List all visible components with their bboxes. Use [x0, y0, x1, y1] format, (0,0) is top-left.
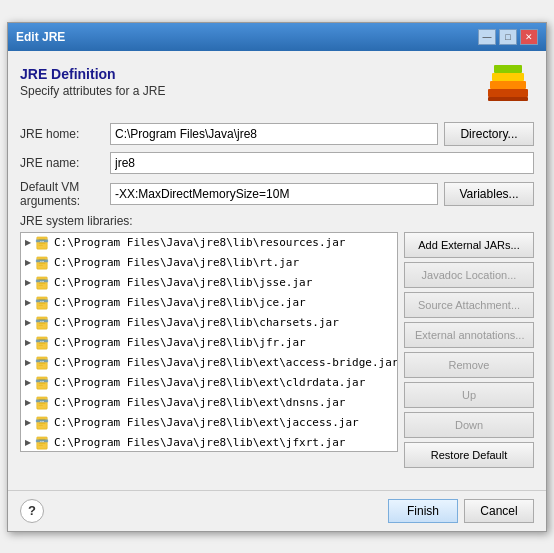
svg-text:JAR: JAR [40, 419, 45, 421]
expand-arrow: ▶ [25, 438, 31, 447]
svg-rect-72 [39, 424, 43, 425]
expand-arrow: ▶ [25, 338, 31, 347]
restore-default-button[interactable]: Restore Default [404, 442, 534, 468]
svg-text:JAR: JAR [40, 319, 45, 321]
vm-args-input[interactable] [110, 183, 438, 205]
svg-rect-22 [39, 283, 46, 284]
list-item[interactable]: ▶ JAR C:\Program Files\Java\jre8\lib\rt.… [21, 253, 397, 273]
minimize-button[interactable]: — [478, 29, 496, 45]
svg-rect-36 [39, 323, 46, 324]
lib-path: C:\Program Files\Java\jre8\lib\ext\cldrd… [54, 376, 365, 389]
libraries-list-container[interactable]: ▶ JAR C:\Program Files\Java\jre8\lib\res… [20, 232, 398, 452]
lib-path: C:\Program Files\Java\jre8\lib\jsse.jar [54, 276, 312, 289]
svg-rect-9 [39, 244, 43, 245]
jar-icon: JAR [34, 255, 50, 271]
svg-rect-71 [39, 423, 46, 424]
jre-name-row: JRE name: [20, 152, 534, 174]
svg-text:JAR: JAR [40, 259, 45, 261]
svg-rect-44 [39, 344, 43, 345]
list-item[interactable]: ▶ JAR C:\Program Files\Java\jre8\lib\res… [21, 233, 397, 253]
header-section: JRE Definition Specify attributes for a … [20, 63, 534, 114]
external-annotations-button[interactable]: External annotations... [404, 322, 534, 348]
svg-text:JAR: JAR [40, 379, 45, 381]
add-external-jars-button[interactable]: Add External JARs... [404, 232, 534, 258]
jar-icon: JAR [34, 355, 50, 371]
svg-rect-43 [39, 343, 46, 344]
expand-arrow: ▶ [25, 418, 31, 427]
maximize-button[interactable]: □ [499, 29, 517, 45]
svg-text:JAR: JAR [40, 359, 45, 361]
vm-args-row: Default VM arguments: Variables... [20, 180, 534, 208]
title-bar: Edit JRE — □ ✕ [8, 23, 546, 51]
down-button[interactable]: Down [404, 412, 534, 438]
jar-icon: JAR [34, 235, 50, 251]
list-item[interactable]: ▶ JAR C:\Program Files\Java\jre8\lib\ext… [21, 353, 397, 373]
help-button[interactable]: ? [20, 499, 44, 523]
jar-icon: JAR [34, 375, 50, 391]
source-attachment-button[interactable]: Source Attachment... [404, 292, 534, 318]
cancel-button[interactable]: Cancel [464, 499, 534, 523]
svg-rect-51 [39, 364, 43, 365]
directory-button[interactable]: Directory... [444, 122, 534, 146]
up-button[interactable]: Up [404, 382, 534, 408]
svg-text:JAR: JAR [40, 399, 45, 401]
svg-rect-0 [488, 89, 528, 97]
svg-rect-64 [39, 403, 46, 404]
lib-path: C:\Program Files\Java\jre8\lib\jfr.jar [54, 336, 306, 349]
expand-arrow: ▶ [25, 358, 31, 367]
svg-rect-58 [39, 384, 43, 385]
list-item[interactable]: ▶ JAR C:\Program Files\Java\jre8\lib\ext… [21, 393, 397, 413]
svg-rect-78 [39, 443, 46, 444]
javadoc-location-button[interactable]: Javadoc Location... [404, 262, 534, 288]
expand-arrow: ▶ [25, 398, 31, 407]
expand-arrow: ▶ [25, 378, 31, 387]
lib-path: C:\Program Files\Java\jre8\lib\ext\dnsns… [54, 396, 345, 409]
header-left: JRE Definition Specify attributes for a … [20, 66, 482, 110]
edit-jre-window: Edit JRE — □ ✕ JRE Definition Specify at… [7, 22, 547, 532]
svg-text:JAR: JAR [40, 239, 45, 241]
jre-name-label: JRE name: [20, 156, 110, 170]
variables-button[interactable]: Variables... [444, 182, 534, 206]
svg-text:JAR: JAR [40, 439, 45, 441]
list-item[interactable]: ▶ JAR C:\Program Files\Java\jre8\lib\ext… [21, 413, 397, 433]
libraries-buttons: Add External JARs... Javadoc Location...… [404, 232, 534, 468]
svg-rect-50 [39, 363, 46, 364]
jre-icon [482, 59, 534, 114]
remove-button[interactable]: Remove [404, 352, 534, 378]
lib-path: C:\Program Files\Java\jre8\lib\ext\jfxrt… [54, 436, 345, 449]
libraries-section: ▶ JAR C:\Program Files\Java\jre8\lib\res… [20, 232, 534, 468]
expand-arrow: ▶ [25, 318, 31, 327]
list-item[interactable]: ▶ JAR C:\Program Files\Java\jre8\lib\jss… [21, 273, 397, 293]
jre-home-input[interactable] [110, 123, 438, 145]
svg-text:JAR: JAR [40, 299, 45, 301]
svg-rect-65 [39, 404, 43, 405]
list-item[interactable]: ▶ JAR C:\Program Files\Java\jre8\lib\ext… [21, 433, 397, 452]
expand-arrow: ▶ [25, 258, 31, 267]
lib-path: C:\Program Files\Java\jre8\lib\charsets.… [54, 316, 339, 329]
svg-rect-4 [488, 97, 528, 101]
list-item[interactable]: ▶ JAR C:\Program Files\Java\jre8\lib\ext… [21, 373, 397, 393]
jre-home-row: JRE home: Directory... [20, 122, 534, 146]
window-title: Edit JRE [16, 30, 65, 44]
jar-icon: JAR [34, 435, 50, 451]
finish-button[interactable]: Finish [388, 499, 458, 523]
expand-arrow: ▶ [25, 298, 31, 307]
svg-text:JAR: JAR [40, 339, 45, 341]
list-item[interactable]: ▶ JAR C:\Program Files\Java\jre8\lib\jfr… [21, 333, 397, 353]
lib-path: C:\Program Files\Java\jre8\lib\resources… [54, 236, 345, 249]
svg-rect-29 [39, 303, 46, 304]
lib-path: C:\Program Files\Java\jre8\lib\ext\acces… [54, 356, 398, 369]
jre-name-input[interactable] [110, 152, 534, 174]
svg-rect-79 [39, 444, 43, 445]
list-item[interactable]: ▶ JAR C:\Program Files\Java\jre8\lib\jce… [21, 293, 397, 313]
section-title: JRE Definition [20, 66, 482, 82]
svg-text:JAR: JAR [40, 279, 45, 281]
list-item[interactable]: ▶ JAR C:\Program Files\Java\jre8\lib\cha… [21, 313, 397, 333]
section-subtitle: Specify attributes for a JRE [20, 84, 482, 98]
close-button[interactable]: ✕ [520, 29, 538, 45]
svg-rect-2 [492, 73, 524, 81]
jre-home-label: JRE home: [20, 127, 110, 141]
svg-rect-8 [39, 243, 46, 244]
svg-rect-30 [39, 304, 43, 305]
title-bar-controls: — □ ✕ [478, 29, 538, 45]
